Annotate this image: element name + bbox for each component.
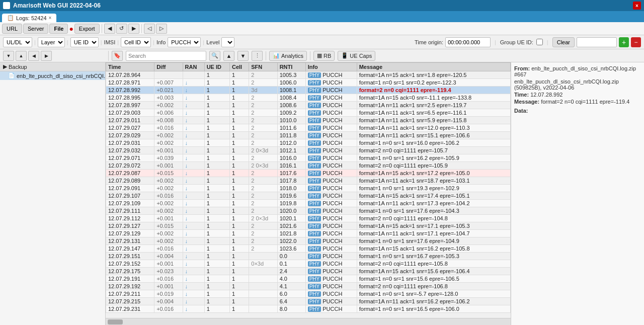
- tab-close-button[interactable]: ×: [49, 15, 52, 21]
- table-row[interactable]: 12.07.28.995 +0.003 ↓ 1 1 2 1008.4 PHY P…: [106, 94, 511, 102]
- bookmark-button[interactable]: 🔖: [112, 51, 123, 61]
- nav-down-button[interactable]: ▼: [237, 51, 249, 61]
- table-row[interactable]: 12.07.28.964 1 1 2 1005.3 PHY PUCCH form…: [106, 71, 511, 79]
- expand-tree-button[interactable]: ▼: [3, 51, 14, 61]
- add-filter-button[interactable]: +: [619, 37, 629, 47]
- cell-id-select[interactable]: Cell ID: [121, 37, 151, 47]
- options-button[interactable]: ⋮: [252, 51, 263, 61]
- nav-prev-button[interactable]: ◁: [144, 24, 155, 34]
- table-row[interactable]: 12.07.29.215 +0.004 ↓ 1 1 6.4 PHY PUCCH …: [106, 298, 511, 305]
- nav-up-button[interactable]: ▲: [223, 51, 234, 61]
- table-row[interactable]: 12.07.29.112 +0.001 ↓ 1 1 2 0×3d 1020.1 …: [106, 215, 511, 222]
- col-rnti[interactable]: RNTI: [277, 63, 305, 71]
- clear-button[interactable]: Clear: [552, 37, 575, 47]
- time-origin-input[interactable]: [445, 37, 491, 47]
- file-tree-item[interactable]: 📄 enb_lte_pucch_dl_siso_csi_nrbCQI.lo...: [0, 71, 105, 80]
- table-row[interactable]: 12.07.29.152 +0.001 ↓ 1 1 0×3d 0.1 PHY P…: [106, 260, 511, 268]
- col-ueid[interactable]: UE ID: [204, 63, 229, 71]
- cell-diff: +0.002: [154, 230, 183, 237]
- table-row[interactable]: 12.07.29.175 +0.023 ↓ 1 1 2.4 PHY PUCCH …: [106, 268, 511, 275]
- export-button[interactable]: Export: [74, 24, 100, 34]
- table-row[interactable]: 12.07.29.131 +0.002 ↓ 1 1 2 1022.0 PHY P…: [106, 237, 511, 245]
- table-row[interactable]: 12.07.29.089 +0.002 ↓ 1 1 2 1017.8 PHY P…: [106, 177, 511, 185]
- col-sfn[interactable]: SFN: [249, 63, 277, 71]
- table-row[interactable]: 12.07.29.072 +0.001 ↓ 1 1 2 0×3d 1016.1 …: [106, 162, 511, 170]
- col-time[interactable]: Time: [106, 63, 154, 71]
- table-row[interactable]: 12.07.29.147 +0.016 ↓ 1 1 2 1023.6 PHY P…: [106, 245, 511, 253]
- table-row[interactable]: 12.07.29.151 +0.004 ↓ 1 1 0.0 PHY PUCCH …: [106, 253, 511, 260]
- nav-next-button[interactable]: ▷: [156, 24, 167, 34]
- close-button[interactable]: ×: [633, 2, 641, 10]
- table-row[interactable]: 12.07.28.997 +0.002 ↓ 1 1 2 1008.6 PHY P…: [106, 102, 511, 109]
- filter-value-input[interactable]: [577, 37, 617, 47]
- cell-time: 12.07.28.971: [106, 79, 154, 87]
- table-row[interactable]: 12.07.29.111 +0.002 ↓ 1 1 2 1020.0 PHY P…: [106, 207, 511, 215]
- remove-filter-button[interactable]: −: [631, 37, 641, 47]
- search-input[interactable]: [126, 51, 206, 61]
- next-item-button[interactable]: ▶: [41, 51, 52, 61]
- table-row[interactable]: 12.07.29.211 +0.019 ↓ 1 1 6.0 PHY PUCCH …: [106, 290, 511, 298]
- cell-info: PHY PUCCH: [305, 132, 357, 139]
- cell-sfn: 2: [249, 192, 277, 200]
- cell-message: format=1A n=15 ack=1 snr=15.6 epre=-106.…: [357, 268, 510, 275]
- table-row[interactable]: 12.07.29.129 +0.002 ↓ 1 1 2 1021.8 PHY P…: [106, 230, 511, 237]
- ue-caps-button[interactable]: 📱 UE Caps: [338, 51, 375, 61]
- cell-info: PHY PUCCH: [305, 109, 357, 117]
- file-button[interactable]: File: [49, 24, 68, 34]
- cell-info: PHY PUCCH: [305, 215, 357, 222]
- layer-select[interactable]: Layer: [38, 37, 65, 47]
- cell-sfn: 2: [249, 71, 277, 79]
- url-button[interactable]: URL: [2, 24, 22, 34]
- level-select[interactable]: [221, 37, 234, 47]
- table-row[interactable]: 12.07.29.003 +0.006 ↓ 1 1 2 1009.2 PHY P…: [106, 109, 511, 117]
- analytics-button[interactable]: 📊 Analytics: [269, 51, 307, 61]
- table-row[interactable]: 12.07.29.192 +0.001 ↓ 1 1 4.1 PHY PUCCH …: [106, 283, 511, 290]
- table-row[interactable]: 12.07.29.127 +0.015 ↓ 1 1 2 1021.6 PHY P…: [106, 222, 511, 230]
- col-diff[interactable]: Diff: [154, 63, 183, 71]
- table-row[interactable]: 12.07.28.992 +0.021 ↓ 1 1 3d 1008.1 PHY …: [106, 87, 511, 94]
- table-row[interactable]: 12.07.29.091 +0.002 ↓ 1 1 2 1018.0 PHY P…: [106, 185, 511, 192]
- app-icon: [3, 2, 10, 9]
- table-row[interactable]: 12.07.29.107 +0.016 ↓ 1 1 2 1019.6 PHY P…: [106, 192, 511, 200]
- table-row[interactable]: 12.07.29.087 +0.015 ↓ 1 1 2 1017.6 PHY P…: [106, 170, 511, 177]
- server-button[interactable]: Server: [23, 24, 48, 34]
- log-table-container[interactable]: Time Diff RAN UE ID Cell SFN RNTI Info M…: [106, 62, 511, 318]
- ue-id-select[interactable]: UE ID: [70, 37, 99, 47]
- table-row[interactable]: 12.07.29.031 +0.002 ↓ 1 1 2 1012.0 PHY P…: [106, 139, 511, 147]
- cell-ran: ↓: [183, 283, 204, 290]
- cell-diff: +0.002: [154, 237, 183, 245]
- cell-sfn: 2: [249, 154, 277, 162]
- col-cell[interactable]: Cell: [229, 63, 249, 71]
- info-select[interactable]: PUCCH PDSCH PUSCH: [168, 37, 201, 47]
- nav-back-button[interactable]: ◀: [104, 24, 115, 34]
- group-ue-checkbox[interactable]: [536, 39, 543, 45]
- table-row[interactable]: 12.07.29.011 +0.008 ↓ 1 1 2 1010.0 PHY P…: [106, 117, 511, 124]
- col-ran[interactable]: RAN: [183, 63, 204, 71]
- collapse-tree-button[interactable]: ▲: [16, 51, 27, 61]
- cell-message: format=1A n=15 ack=1 snr=17.4 epre=-105.…: [357, 192, 510, 200]
- log-tab[interactable]: 📋 Logs: 52424 ×: [2, 14, 56, 22]
- tab-label: Logs: 52424: [16, 15, 47, 21]
- table-row[interactable]: 12.07.29.071 +0.039 ↓ 1 1 2 1016.0 PHY P…: [106, 154, 511, 162]
- table-row[interactable]: 12.07.29.029 +0.002 ↓ 1 1 2 1011.8 PHY P…: [106, 132, 511, 139]
- nav-refresh-button[interactable]: ↺: [116, 24, 127, 34]
- cell-time: 12.07.28.964: [106, 71, 154, 79]
- cell-time: 12.07.29.072: [106, 162, 154, 170]
- prev-item-button[interactable]: ◀: [28, 51, 39, 61]
- cell-diff: +0.016: [154, 275, 183, 283]
- table-row[interactable]: 12.07.29.191 +0.016 ↓ 1 1 4.0 PHY PUCCH …: [106, 275, 511, 283]
- cell-diff: +0.016: [154, 305, 183, 313]
- rb-button[interactable]: ▦ RB: [313, 51, 335, 61]
- table-row[interactable]: 12.07.29.231 +0.016 ↓ 1 1 8.0 PHY PUCCH …: [106, 305, 511, 313]
- cell-time: 12.07.29.152: [106, 260, 154, 268]
- mode-select[interactable]: UL/DL UL DL: [3, 37, 32, 47]
- table-row[interactable]: 12.07.29.109 +0.002 ↓ 1 1 2 1019.8 PHY P…: [106, 200, 511, 207]
- table-row[interactable]: 12.07.28.971 +0.007 ↓ 1 1 2 1006.0 PHY P…: [106, 79, 511, 87]
- table-row[interactable]: 12.07.29.027 +0.016 ↓ 1 1 2 1011.6 PHY P…: [106, 124, 511, 132]
- bottom-scrollbar[interactable]: [106, 318, 511, 325]
- search-icon-button[interactable]: 🔍: [209, 51, 220, 61]
- table-row[interactable]: 12.07.29.032 +0.001 ↓ 1 1 2 0×3d 1012.1 …: [106, 147, 511, 154]
- nav-forward-button[interactable]: ▶: [128, 24, 139, 34]
- col-message[interactable]: Message: [357, 63, 510, 71]
- col-info[interactable]: Info: [305, 63, 357, 71]
